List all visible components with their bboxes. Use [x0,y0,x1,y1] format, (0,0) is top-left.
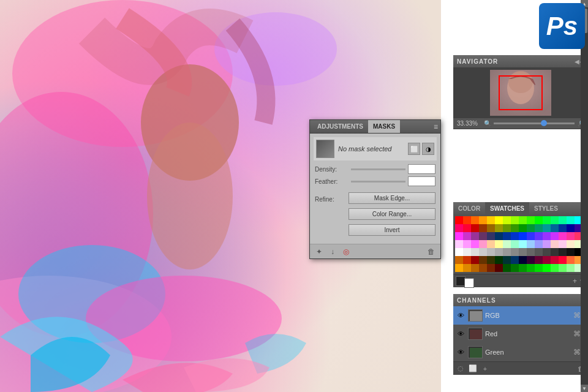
swatch-item[interactable] [471,264,479,272]
swatch-item[interactable] [455,264,463,272]
swatch-item[interactable] [455,216,463,224]
swatch-item[interactable] [479,216,487,224]
tab-swatches[interactable]: SWATCHES [485,202,529,214]
swatch-item[interactable] [527,224,535,232]
swatch-item[interactable] [455,248,463,256]
swatch-item[interactable] [495,232,503,240]
mask-edge-button[interactable]: Mask Edge... [349,192,435,204]
swatch-item[interactable] [463,224,471,232]
swatch-item[interactable] [479,224,487,232]
swatch-item[interactable] [527,248,535,256]
disable-mask-icon[interactable]: ◎ [341,246,352,257]
channel-eye-green[interactable]: 👁 [456,347,466,357]
swatch-item[interactable] [495,224,503,232]
swatch-item[interactable] [527,232,535,240]
swatch-item[interactable] [487,248,495,256]
swatch-item[interactable] [503,216,511,224]
swatch-item[interactable] [471,240,479,248]
swatch-item[interactable] [487,240,495,248]
swatch-item[interactable] [487,264,495,272]
density-track[interactable] [351,168,405,170]
swatch-item[interactable] [503,240,511,248]
swatch-item[interactable] [519,256,527,264]
swatch-item[interactable] [543,256,551,264]
swatch-item[interactable] [495,256,503,264]
delete-mask-icon[interactable]: 🗑 [426,246,437,257]
invert-button[interactable]: Invert [349,224,435,236]
swatch-item[interactable] [559,264,567,272]
swatch-item[interactable] [527,256,535,264]
swatch-item[interactable] [479,240,487,248]
swatch-item[interactable] [519,224,527,232]
swatch-item[interactable] [471,216,479,224]
swatch-item[interactable] [471,232,479,240]
feather-input[interactable] [408,176,435,186]
swatch-item[interactable] [527,240,535,248]
swatch-item[interactable] [567,248,575,256]
density-input[interactable] [408,164,435,174]
swatch-item[interactable] [471,256,479,264]
swatch-item[interactable] [455,256,463,264]
swatch-item[interactable] [567,256,575,264]
channel-row-red[interactable]: 👁 Red ⌘3 [453,325,588,343]
channel-row-rgb[interactable]: 👁 RGB ⌘2 [453,306,588,325]
swatch-item[interactable] [543,248,551,256]
swatch-item[interactable] [551,224,559,232]
swatch-item[interactable] [471,224,479,232]
swatch-item[interactable] [463,256,471,264]
channel-eye-red[interactable]: 👁 [456,329,466,339]
swatch-item[interactable] [511,232,519,240]
swatch-item[interactable] [479,232,487,240]
vector-mask-btn[interactable]: ◑ [422,143,434,155]
swatch-item[interactable] [463,240,471,248]
swatch-item[interactable] [503,256,511,264]
swatch-item[interactable] [487,216,495,224]
swatch-item[interactable] [535,224,543,232]
swatch-item[interactable] [519,216,527,224]
panel-menu-icon[interactable]: ≡ [434,123,438,131]
swatch-item[interactable] [471,248,479,256]
swatch-item[interactable] [519,232,527,240]
swatch-item[interactable] [519,248,527,256]
swatch-item[interactable] [511,264,519,272]
swatch-item[interactable] [543,216,551,224]
panel-scrollbar[interactable]: ▲ ▼ [581,0,588,392]
swatch-item[interactable] [543,224,551,232]
swatch-item[interactable] [455,232,463,240]
swatch-item[interactable] [551,264,559,272]
swatch-item[interactable] [551,216,559,224]
swatch-item[interactable] [511,256,519,264]
swatch-item[interactable] [503,264,511,272]
color-range-button[interactable]: Color Range... [349,208,435,220]
load-selection-icon[interactable]: ✦ [314,246,325,257]
swatch-item[interactable] [495,264,503,272]
swatch-item[interactable] [519,264,527,272]
channels-mask-icon[interactable]: ⬜ [468,364,478,374]
swatch-item[interactable] [543,240,551,248]
swatch-item[interactable] [559,256,567,264]
channel-eye-rgb[interactable]: 👁 [456,311,466,320]
apply-mask-icon[interactable]: ↓ [327,246,338,257]
swatch-item[interactable] [535,232,543,240]
swatch-item[interactable] [535,256,543,264]
swatch-item[interactable] [503,232,511,240]
zoom-slider[interactable] [494,123,575,124]
swatch-item[interactable] [479,264,487,272]
swatch-item[interactable] [559,248,567,256]
channels-selection-icon[interactable]: ◌ [456,364,466,374]
swatch-item[interactable] [519,240,527,248]
swatch-item[interactable] [535,264,543,272]
swatch-item[interactable] [487,232,495,240]
swatch-item[interactable] [463,264,471,272]
swatch-item[interactable] [463,248,471,256]
swatch-item[interactable] [567,216,575,224]
swatch-item[interactable] [567,224,575,232]
swatch-item[interactable] [559,232,567,240]
swatch-item[interactable] [495,248,503,256]
swatch-item[interactable] [559,216,567,224]
background-color[interactable] [464,278,474,288]
scroll-down-btn[interactable]: ▼ [581,385,588,392]
swatch-item[interactable] [535,248,543,256]
swatch-item[interactable] [543,232,551,240]
swatch-item[interactable] [455,240,463,248]
